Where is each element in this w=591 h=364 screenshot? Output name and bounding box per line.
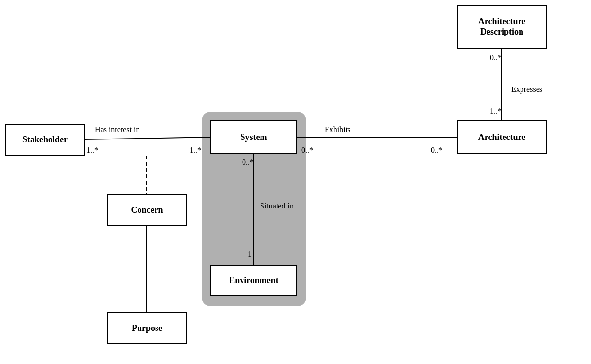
mult-system-bottom: 0..* [242, 158, 254, 167]
purpose-box: Purpose [107, 312, 187, 344]
mult-system-left: 1..* [190, 146, 201, 155]
expresses-label: Expresses [511, 85, 542, 94]
mult-arch-top: 1..* [490, 107, 502, 116]
concern-box: Concern [107, 194, 187, 226]
mult-env-top: 1 [248, 250, 252, 259]
mult-stakeholder-left: 1..* [87, 146, 98, 155]
has-interest-label: Has interest in [95, 125, 139, 134]
diagram-container: ArchitectureDescription Architecture Sta… [0, 0, 591, 364]
system-box: System [210, 120, 297, 154]
mult-arch-left: 0..* [431, 146, 442, 155]
mult-system-right: 0..* [301, 146, 313, 155]
architecture-box: Architecture [457, 120, 547, 154]
arch-description-box: ArchitectureDescription [457, 5, 547, 49]
situated-in-label: Situated in [260, 202, 294, 210]
mult-arch-desc-bottom: 0..* [490, 53, 502, 62]
environment-box: Environment [210, 265, 297, 296]
svg-line-0 [85, 137, 210, 139]
exhibits-label: Exhibits [325, 125, 350, 134]
stakeholder-box: Stakeholder [5, 124, 85, 156]
